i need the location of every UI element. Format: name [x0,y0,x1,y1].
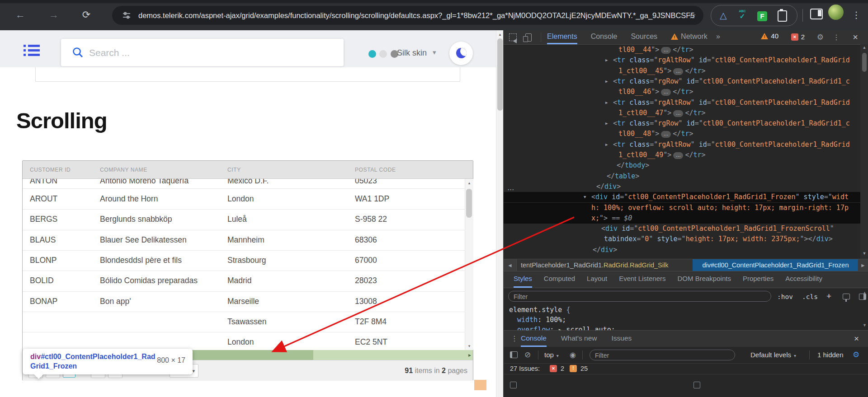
grid-header-3[interactable]: CITY [227,161,352,178]
table-row[interactable]: LondonEC2 5NT [23,332,465,350]
extension-grammar-icon[interactable]: ABC✓ [735,5,750,26]
twisty-collapsed-icon[interactable]: ▶ [605,140,608,150]
rendering-brush-icon[interactable] [843,294,850,299]
search-input[interactable]: Search ... [89,39,130,66]
css-declaration[interactable]: width: 100%; [517,315,834,325]
breadcrumb-selected[interactable]: div#ctl00_ContentPlaceholder1_RadGrid1_F… [693,259,859,271]
code-line[interactable]: ▶<tr class="rgAltRow" id="ctl00_ContentP… [504,55,860,65]
expand-ellipsis-icon[interactable]: … [673,68,683,75]
expand-ellipsis-icon[interactable]: … [661,47,671,54]
code-line[interactable]: tabindex="0" style="height: 17px; width:… [504,234,860,244]
profile-avatar[interactable] [828,5,844,20]
code-line[interactable]: 1_ctl00__45">…</tr> [504,66,860,76]
code-line[interactable]: </div> [504,182,860,192]
tab-elements[interactable]: Elements [547,30,577,44]
devtools-close-icon[interactable]: × [853,30,858,44]
twisty-collapsed-icon[interactable]: ▶ [605,98,608,108]
scrollbar-thumb[interactable] [466,189,472,218]
scroll-down-icon[interactable]: ▾ [465,342,473,350]
table-row[interactable]: BLONPBlondesddsl père et filsStrasbourg6… [23,250,465,271]
devtools-menu-icon[interactable]: ⋮ [833,30,840,44]
scrollbar-thumb[interactable] [862,53,867,72]
tab-sources[interactable]: Sources [631,30,657,43]
code-line[interactable]: ▶<tr class="rgRow" id="ctl00_ContentPlac… [504,118,860,129]
css-selector[interactable]: element.style { [509,305,570,315]
errors-counter[interactable]: ✕2 [791,33,805,41]
css-declaration[interactable]: overflow: ▸ scroll auto; [517,325,834,330]
side-panel-button[interactable] [810,9,823,19]
issues-label[interactable]: 27 Issues: [510,363,540,374]
grid-vertical-scrollbar[interactable]: ▴ ▾ [465,179,473,350]
styles-scroll-up-icon[interactable]: ▲ [863,290,867,295]
context-selector[interactable]: top▾ [544,347,559,363]
console-settings-icon[interactable]: ⚙ [853,347,859,363]
code-line[interactable]: ▼<div id="ctl00_ContentPlaceholder1_RadG… [504,192,860,202]
forward-button[interactable]: → [45,6,62,23]
code-line[interactable]: tl00__46">…</tr> [504,87,860,97]
menu-icon[interactable] [24,45,40,58]
address-bar[interactable]: demos.telerik.com/aspnet-ajax/grid/examp… [112,6,703,25]
scrollbar-thumb[interactable] [172,350,313,360]
scroll-up-icon[interactable]: ▲ [860,45,868,50]
chevron-down-icon[interactable]: ▾ [433,48,436,56]
twisty-collapsed-icon[interactable]: ▶ [605,76,608,87]
extension-clipboard-icon[interactable] [774,5,790,26]
code-line[interactable]: x;"> == $0 [504,213,860,224]
code-line[interactable]: </table> [504,171,860,182]
extension-f-icon[interactable]: F [755,5,770,26]
tab-layout[interactable]: Layout [587,271,607,286]
dark-mode-toggle[interactable] [449,42,473,65]
tab-properties[interactable]: Properties [743,271,774,286]
cls-toggle[interactable]: .cls [802,288,818,305]
page-scrollbar[interactable]: ▴ [496,30,504,397]
site-settings-icon[interactable] [122,11,131,22]
grid-header-2[interactable]: COMPANY NAME [100,161,226,178]
breadcrumb-parent[interactable]: tentPlaceholder1_RadGrid1.RadGrid.RadGri… [521,259,668,271]
log-xhr-checkbox[interactable] [693,382,700,388]
code-line[interactable]: tl00__48">…</tr> [504,129,860,139]
more-tabs-button[interactable]: » [716,30,720,43]
drawer-menu-icon[interactable]: ⋮ [511,331,518,347]
tab-console[interactable]: Console [521,331,547,347]
tab-event-listeners[interactable]: Event Listeners [619,271,665,286]
elements-scrollbar[interactable]: ▲ ▼ [860,44,868,259]
browser-menu-button[interactable]: ⋮ [852,6,861,23]
clear-console-icon[interactable]: ⊘ [524,347,531,363]
inspect-element-icon[interactable] [509,33,517,41]
tab-computed[interactable]: Computed [544,271,575,286]
hide-network-checkbox[interactable] [510,382,517,388]
scroll-up-icon[interactable]: ▴ [496,31,504,38]
scrollbar-thumb[interactable] [497,38,503,111]
breadcrumb-scroll-left[interactable]: ◂ [504,259,517,271]
console-sidebar-icon[interactable] [510,351,518,358]
tab-what-s-new[interactable]: What's new [561,331,597,346]
back-button[interactable]: ← [12,6,29,23]
log-levels-dropdown[interactable]: Default levels▾ [750,347,796,363]
expand-ellipsis-icon[interactable]: … [661,89,671,96]
device-toolbar-icon[interactable] [525,33,532,42]
table-row[interactable]: TsawassenT2F 8M4 [23,312,465,332]
code-line[interactable]: ▶<tr class="rgRow" id="ctl00_ContentPlac… [504,76,860,87]
hidden-messages-label[interactable]: 1 hidden [817,347,844,363]
table-row-clipped[interactable]: ANTON Antonio Moreno Taquería México D.F… [23,179,465,189]
devtools-settings-icon[interactable]: ⚙ [817,30,824,44]
twisty-collapsed-icon[interactable]: ▶ [605,118,608,129]
code-line[interactable]: ▶<tr class="rgAltRow" id="ctl00_ContentP… [504,140,860,150]
new-style-rule-button[interactable]: + [826,288,831,305]
console-filter-input[interactable]: Filter [590,350,735,360]
live-expression-icon[interactable]: ◉ [570,347,576,363]
table-row[interactable]: BLAUSBlauer See DelikatessenMannheim6830… [23,230,465,251]
refresh-button[interactable]: ⟳ [78,6,95,23]
twisty-expanded-icon[interactable]: ▼ [584,192,586,202]
tab-issues[interactable]: Issues [612,331,632,346]
grid-header-1[interactable]: CUSTOMER ID [30,161,98,178]
expand-ellipsis-icon[interactable]: … [673,152,683,159]
breadcrumb-scroll-right[interactable]: ▸ [858,259,868,271]
expand-ellipsis-icon[interactable]: … [673,110,683,117]
tab-network[interactable]: !Network [671,30,708,43]
code-line[interactable]: </tbody> [504,160,860,171]
table-row[interactable]: BERGSBerglunds snabbköpLuleåS-958 22 [23,209,465,230]
tab-styles[interactable]: Styles [514,271,532,288]
scroll-right-icon[interactable]: ▸ [468,350,471,360]
tab-dom-breakpoints[interactable]: DOM Breakpoints [678,271,731,286]
